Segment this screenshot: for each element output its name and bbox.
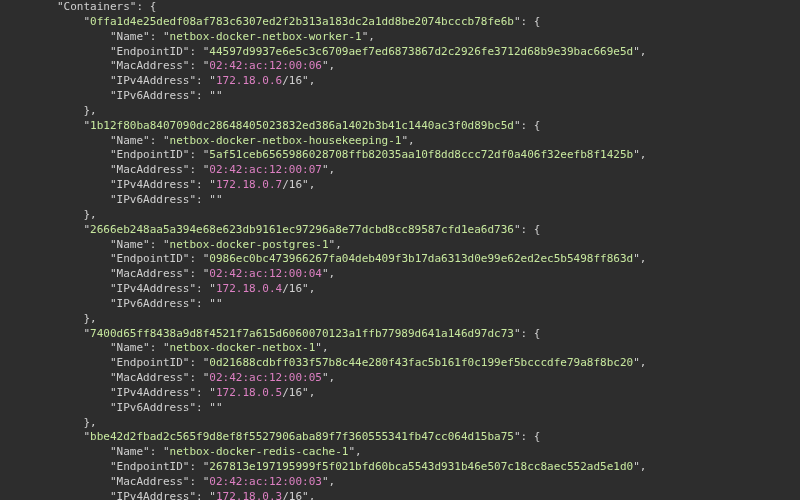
json-output: "Containers": { "0ffa1d4e25dedf08af783c6…	[0, 0, 800, 500]
